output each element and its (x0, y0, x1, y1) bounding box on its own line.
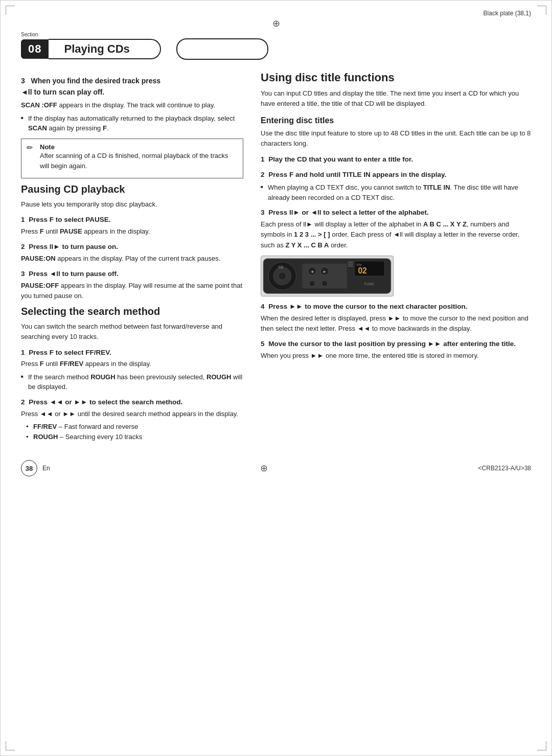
disc-step3-body: Each press of ll► will display a letter … (261, 219, 531, 250)
svg-text:02: 02 (358, 266, 367, 275)
pausing-section: Pausing CD playback Pause lets you tempo… (21, 184, 243, 301)
scan-off-text: SCAN :OFF appears in the display. The tr… (21, 100, 243, 110)
pause-step2-text: Press ll► to turn pause on. (29, 243, 118, 250)
page-wrapper: Black plate (38,1) ⊕ Section 08 Playing … (0, 0, 552, 756)
section-label: Section (21, 32, 531, 37)
disc-step4: 4 Press ►► to move the cursor to the nex… (261, 302, 531, 334)
main-content: 3 When you find the desired track press … (21, 71, 531, 445)
pause-step2-num: 2 (21, 243, 25, 250)
search-step1-num: 1 (21, 349, 25, 356)
svg-point-11 (321, 281, 328, 287)
step3-text1: When you find the desired track press (31, 77, 160, 85)
search-step1-bullet1: If the search method ROUGH has been prev… (21, 372, 243, 392)
search-step1-body: Press F until FF/REV appears in the disp… (21, 359, 243, 369)
pause-step2: 2 Press ll► to turn pause on. PAUSE:ON a… (21, 242, 243, 264)
section-number: 08 (21, 39, 49, 59)
footer-lang: En (42, 465, 50, 472)
disc-step1-num: 1 (261, 155, 265, 163)
footer-area: 38 En ⊕ <CRB2123-A/U>38 (1, 455, 551, 487)
pause-step3: 3 Press ◄ll to turn pause off. PAUSE:OFF… (21, 269, 243, 301)
pause-step3-text: Press ◄ll to turn pause off. (29, 270, 118, 278)
disc-step5-num: 5 (261, 340, 265, 348)
pause-off-bold: PAUSE:OFF (21, 282, 59, 289)
pause-step1-body: Press F until PAUSE appears in the displ… (21, 226, 243, 237)
search-step1-heading: 1 Press F to select FF/REV. (21, 348, 243, 358)
step3-num: 3 (21, 77, 29, 85)
section-title-row: 08 Playing CDs (21, 38, 531, 60)
page-number: 38 (21, 460, 37, 476)
entering-subtitle: Entering disc titles (261, 116, 531, 125)
disc-step4-heading: 4 Press ►► to move the cursor to the nex… (261, 302, 531, 312)
svg-text:◄: ◄ (310, 269, 314, 274)
using-title: Using disc title functions (261, 71, 531, 84)
disc-step4-body: When the desired letter is displayed, pr… (261, 313, 531, 334)
disc-step5-body: When you press ►► one more time, the ent… (261, 351, 531, 361)
step3-heading: 3 When you find the desired track press … (21, 76, 243, 98)
left-column: 3 When you find the desired track press … (21, 71, 256, 445)
note-icon: ✏ (27, 143, 36, 152)
search-step1-bullets: If the search method ROUGH has been prev… (21, 372, 243, 392)
note-title: Note (40, 143, 238, 151)
black-plate-label: Black plate (38,1) (484, 10, 531, 17)
section-title: Playing CDs (49, 39, 161, 59)
note-text: After scanning of a CD is finished, norm… (40, 151, 238, 171)
disc-step2-text: Press F and hold until TITLE IN appears … (268, 171, 446, 178)
scan-off-bold: SCAN :OFF (21, 101, 57, 109)
disc-step4-num: 4 (261, 303, 265, 310)
section-right-box (176, 38, 268, 60)
entering-intro: Use the disc title input feature to stor… (261, 128, 531, 149)
disc-step5-heading: 5 Move the cursor to the last position b… (261, 339, 531, 350)
disc-step2-heading: 2 Press F and hold until TITLE IN appear… (261, 170, 531, 180)
selecting-title: Selecting the search method (21, 306, 243, 317)
disc-step2-bullets: When playing a CD TEXT disc, you cannot … (261, 182, 531, 202)
selecting-section: Selecting the search method You can swit… (21, 306, 243, 443)
disc-step4-text: Press ►► to move the cursor to the next … (268, 303, 467, 310)
disc-step5: 5 Move the cursor to the last position b… (261, 339, 531, 361)
search-step2-body: Press ◄◄ or ►► until the desired search … (21, 409, 243, 419)
svg-text:FUNC: FUNC (364, 282, 374, 285)
footer-left: 38 En (21, 460, 50, 476)
selecting-intro: You can switch the search method between… (21, 322, 243, 342)
disc-step3: 3 Press ll► or ◄ll to select a letter of… (261, 208, 531, 250)
search-step1: 1 Press F to select FF/REV. Press F unti… (21, 348, 243, 392)
scan-off-rest: appears in the display. The track will c… (59, 101, 215, 109)
step3-text2: ◄ll to turn scan play off. (21, 88, 104, 96)
pause-step1: 1 Press F to select PAUSE. Press F until… (21, 215, 243, 237)
disc-step1: 1 Play the CD that you want to enter a t… (261, 154, 531, 165)
search-step1-text: Press F to select FF/REV. (29, 349, 111, 356)
corner-bl (6, 741, 15, 750)
top-crosshair: ⊕ (1, 18, 551, 29)
pause-step1-num: 1 (21, 216, 25, 223)
step3-bullets: If the display has automatically returne… (21, 113, 243, 133)
pause-step3-heading: 3 Press ◄ll to turn pause off. (21, 269, 243, 280)
pausing-title: Pausing CD playback (21, 184, 243, 195)
cd-device-image: CD ◄ ► TRK 02 (261, 256, 394, 296)
using-intro: You can input CD titles and display the … (261, 88, 531, 109)
search-step2-num: 2 (21, 398, 25, 406)
disc-step2-num: 2 (261, 171, 265, 178)
bottom-cross-symbol: ⊕ (260, 463, 268, 473)
disc-step5-text: Move the cursor to the last position by … (268, 340, 516, 348)
bottom-crosshair: ⊕ (260, 463, 268, 474)
disc-step1-heading: 1 Play the CD that you want to enter a t… (261, 154, 531, 165)
disc-step1-text: Play the CD that you want to enter a tit… (268, 155, 413, 163)
search-step2: 2 Press ◄◄ or ►► to select the search me… (21, 397, 243, 443)
pause-step2-body: PAUSE:ON appears in the display. Play of… (21, 254, 243, 264)
disc-step3-text: Press ll► or ◄ll to select a letter of t… (268, 209, 428, 216)
pause-on-bold: PAUSE:ON (21, 255, 56, 262)
search-method-list: FF/REV – Fast forward and reverse ROUGH … (26, 422, 243, 443)
right-column: Using disc title functions You can input… (256, 71, 531, 445)
section-header-area: Section 08 Playing CDs (21, 32, 531, 60)
search-method-ffrev: FF/REV – Fast forward and reverse (26, 422, 243, 432)
corner-br (537, 741, 546, 750)
step3-scan-block: 3 When you find the desired track press … (21, 76, 243, 133)
header-area: Black plate (38,1) (1, 1, 551, 17)
note-content: Note After scanning of a CD is finished,… (40, 143, 238, 174)
cd-device-svg: CD ◄ ► TRK 02 (261, 256, 393, 296)
pause-step1-text: Press F to select PAUSE. (29, 216, 110, 223)
svg-text:CD: CD (279, 265, 284, 269)
entering-section: Entering disc titles Use the disc title … (261, 116, 531, 361)
svg-point-10 (309, 281, 315, 287)
disc-step3-num: 3 (261, 209, 265, 216)
pause-step2-heading: 2 Press ll► to turn pause on. (21, 242, 243, 253)
